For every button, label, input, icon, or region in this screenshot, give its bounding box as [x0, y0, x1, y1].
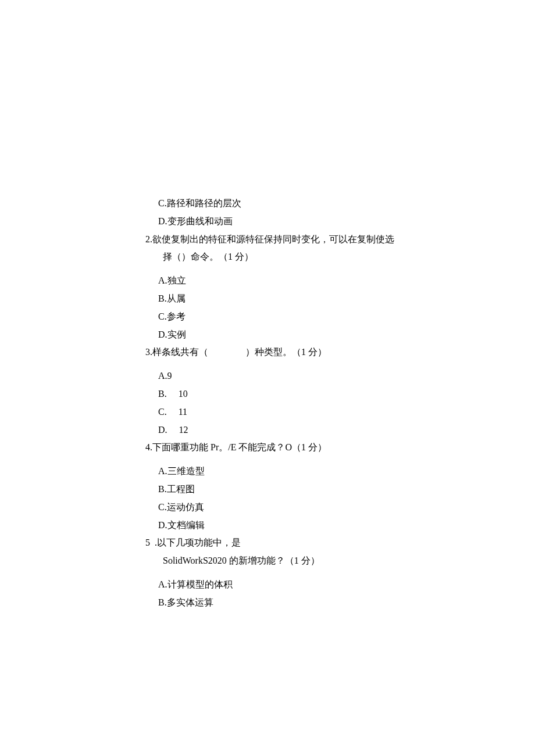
q5-stem-line2: SolidWorkS2020 的新增功能？（1 分）: [145, 553, 401, 569]
q4-option-c: C.运动仿真: [145, 499, 401, 516]
q3-stem: 3.样条线共有（ ）种类型。（1 分）: [145, 344, 401, 361]
q2-option-b: B.从属: [145, 291, 401, 307]
document-content: C.路径和路径的层次 D.变形曲线和动画 2.欲使复制出的特征和源特征保持同时变…: [145, 195, 401, 612]
q2-option-d: D.实例: [145, 327, 401, 343]
q2-stem-line1: 2.欲使复制出的特征和源特征保持同时变化，可以在复制使选: [145, 231, 401, 248]
q5-option-a: A.计算模型的体积: [145, 576, 401, 593]
q2-option-a: A.独立: [145, 273, 401, 289]
q5-option-b: B.多实体运算: [145, 594, 401, 611]
q5-stem-text: .以下几项功能中，是: [152, 538, 241, 547]
q4-option-a: A.三维造型: [145, 463, 401, 480]
q5-number: 5: [145, 535, 152, 551]
q2-option-c: C.参考: [145, 309, 401, 325]
q4-option-d: D.文档编辑: [145, 517, 401, 534]
q3-option-d: D. 12: [145, 422, 401, 439]
q2-stem-line2: 择（）命令。（1 分）: [145, 249, 401, 266]
q4-option-b: B.工程图: [145, 481, 401, 498]
q5-stem-line1: 5 .以下几项功能中，是: [145, 535, 401, 551]
q3-option-b: B. 10: [145, 386, 401, 403]
q3-option-a: A.9: [145, 368, 401, 385]
q1-option-c: C.路径和路径的层次: [145, 195, 401, 212]
q3-option-c: C. 11: [145, 404, 401, 421]
q1-option-d: D.变形曲线和动画: [145, 213, 401, 230]
q4-stem: 4.下面哪重功能 Pr。/E 不能完成？O（1 分）: [145, 439, 401, 456]
